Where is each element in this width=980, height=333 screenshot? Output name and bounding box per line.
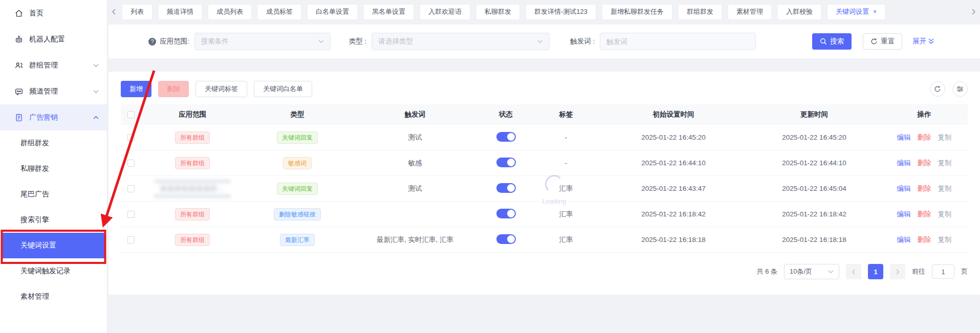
delete-button[interactable]: 删除 xyxy=(158,81,189,97)
type-filter-select[interactable]: 请选择类型 xyxy=(372,33,550,50)
edit-link[interactable]: 编辑 xyxy=(897,133,911,142)
tab-blacklist-settings[interactable]: 黑名单设置 xyxy=(363,4,414,20)
row-checkbox[interactable] xyxy=(127,134,135,141)
add-button[interactable]: 新增 xyxy=(121,81,151,97)
sidebar-item-label: 机器人配置 xyxy=(29,35,65,44)
row-checkbox[interactable] xyxy=(127,160,135,167)
keyword-whitelist-button[interactable]: 关键词白名单 xyxy=(254,81,312,97)
scope-filter-label: 应用范围: xyxy=(160,37,189,46)
goto-page-input[interactable] xyxy=(932,264,954,279)
delete-link[interactable]: 删除 xyxy=(918,210,931,219)
column-settings-button[interactable] xyxy=(952,81,968,97)
created-time: 2025-01-22 16:18:42 xyxy=(599,210,748,218)
status-toggle[interactable] xyxy=(496,209,516,218)
sidebar-item-tail-ad[interactable]: 尾巴广告 xyxy=(0,182,107,207)
created-time: 2025-01-22 16:18:18 xyxy=(599,236,748,243)
tab-label: 入群欢迎语 xyxy=(428,7,462,16)
tab-keyword-settings[interactable]: 关键词设置 × xyxy=(827,4,885,20)
tabs-scroll-left-icon[interactable] xyxy=(112,9,116,15)
keyword-tag-button[interactable]: 关键词标签 xyxy=(195,81,247,97)
tab-whitelist-settings[interactable]: 白名单设置 xyxy=(307,4,358,20)
table-row: 某某群组某某某群… 关键词回复 测试 汇率 2025-01-22 16:43:4… xyxy=(121,176,968,202)
scope-filter-placeholder: 搜索条件 xyxy=(201,37,229,46)
expand-link[interactable]: 展开 xyxy=(912,37,934,46)
status-toggle[interactable] xyxy=(496,183,516,193)
type-tag: 关键词回复 xyxy=(277,131,318,144)
sidebar-item-label: 广告营销 xyxy=(29,113,58,122)
row-checkbox[interactable] xyxy=(127,185,135,192)
delete-link[interactable]: 删除 xyxy=(918,159,931,168)
delete-link[interactable]: 删除 xyxy=(918,184,931,193)
current-page[interactable]: 1 xyxy=(868,264,883,279)
tab-member-list[interactable]: 成员列表 xyxy=(208,4,252,20)
tab-new-private-broadcast-task[interactable]: 新增私聊群发任务 xyxy=(602,4,672,20)
copy-link[interactable]: 复制 xyxy=(938,235,952,245)
prev-page-button[interactable] xyxy=(846,264,861,279)
sidebar-item-material-management[interactable]: 素材管理 xyxy=(0,284,107,309)
tab-private-broadcast[interactable]: 私聊群发 xyxy=(476,4,520,20)
page-size-select[interactable]: 10条/页 xyxy=(784,264,839,279)
sidebar-item-keyword-settings[interactable]: 关键词设置 xyxy=(2,233,105,258)
created-time: 2025-01-22 16:43:47 xyxy=(599,185,748,192)
status-toggle[interactable] xyxy=(496,234,516,244)
updated-time: 2025-01-22 16:45:20 xyxy=(748,134,881,141)
tab-group-broadcast[interactable]: 群组群发 xyxy=(678,4,722,20)
row-checkbox[interactable] xyxy=(127,236,135,243)
row-checkbox[interactable] xyxy=(127,211,135,218)
tab-material-management[interactable]: 素材管理 xyxy=(728,4,772,20)
sidebar-item-home[interactable]: 首页 xyxy=(0,0,107,26)
page-size-value: 10条/页 xyxy=(790,267,812,276)
tab-member-tags[interactable]: 成员标签 xyxy=(257,4,301,20)
trigger-words: 最新汇率, 实时汇率, 汇率 xyxy=(351,235,479,245)
select-all-checkbox[interactable] xyxy=(127,111,135,118)
tabs-scroll-right-icon[interactable] xyxy=(971,9,976,15)
delete-link[interactable]: 删除 xyxy=(918,235,931,245)
tab-list[interactable]: 列表 xyxy=(122,4,153,20)
sidebar-item-keyword-trigger-log[interactable]: 关键词触发记录 xyxy=(0,258,107,284)
scope-tag: 所有群组 xyxy=(175,208,210,220)
header-status: 状态 xyxy=(479,110,533,119)
type-filter-placeholder: 请选择类型 xyxy=(378,37,413,46)
sidebar-item-robot-config[interactable]: 机器人配置 xyxy=(0,26,107,52)
updated-time: 2025-01-22 16:18:18 xyxy=(748,236,881,243)
tab-join-verification[interactable]: 入群校验 xyxy=(777,4,821,20)
refresh-table-button[interactable] xyxy=(930,81,945,97)
sidebar: 首页 机器人配置 群组管理 频道管理 广告营销 群组群发 私聊群发 尾巴广告 搜… xyxy=(0,0,107,333)
trigger-filter-input[interactable] xyxy=(600,33,756,50)
sidebar-item-group-management[interactable]: 群组管理 xyxy=(0,52,107,78)
sidebar-item-ad-marketing[interactable]: 广告营销 xyxy=(0,104,107,130)
header-type: 类型 xyxy=(244,110,351,119)
tab-channel-detail[interactable]: 频道详情 xyxy=(158,4,202,20)
status-toggle[interactable] xyxy=(496,158,516,167)
table-row: 所有群组 敏感词 敏感 - 2025-01-22 16:44:10 2025-0… xyxy=(121,150,968,176)
next-page-button[interactable] xyxy=(890,264,905,279)
edit-link[interactable]: 编辑 xyxy=(897,184,911,193)
chevron-down-icon xyxy=(318,39,324,43)
copy-link[interactable]: 复制 xyxy=(938,210,952,219)
delete-link[interactable]: 删除 xyxy=(918,133,931,142)
status-toggle[interactable] xyxy=(496,132,516,142)
type-tag: 关键词回复 xyxy=(277,183,318,195)
reset-button[interactable]: 重置 xyxy=(863,33,902,50)
type-tag: 敏感词 xyxy=(283,157,312,169)
sidebar-item-group-broadcast[interactable]: 群组群发 xyxy=(0,130,107,156)
header-actions: 操作 xyxy=(881,110,968,119)
search-button[interactable]: 搜索 xyxy=(812,33,852,50)
tab-close-icon[interactable]: × xyxy=(873,8,877,15)
sidebar-item-private-broadcast[interactable]: 私聊群发 xyxy=(0,156,107,182)
tab-label: 群组群发 xyxy=(687,7,713,16)
scope-filter-select[interactable]: 搜索条件 xyxy=(194,33,331,50)
tab-welcome-message[interactable]: 入群欢迎语 xyxy=(420,4,470,20)
table-toolbar: 新增 删除 关键词标签 关键词白名单 xyxy=(108,72,980,104)
edit-link[interactable]: 编辑 xyxy=(897,235,911,245)
copy-link[interactable]: 复制 xyxy=(938,184,952,193)
tab-broadcast-detail-test123[interactable]: 群发详情-测试123 xyxy=(526,4,596,20)
copy-link[interactable]: 复制 xyxy=(938,159,952,168)
sidebar-item-search-engine[interactable]: 搜索引擎 xyxy=(0,207,107,233)
chevron-right-icon xyxy=(896,269,900,275)
sidebar-item-channel-management[interactable]: 频道管理 xyxy=(0,78,107,104)
edit-link[interactable]: 编辑 xyxy=(897,210,911,219)
edit-link[interactable]: 编辑 xyxy=(897,159,911,168)
copy-link[interactable]: 复制 xyxy=(938,133,952,142)
scope-tag: 所有群组 xyxy=(175,157,210,169)
